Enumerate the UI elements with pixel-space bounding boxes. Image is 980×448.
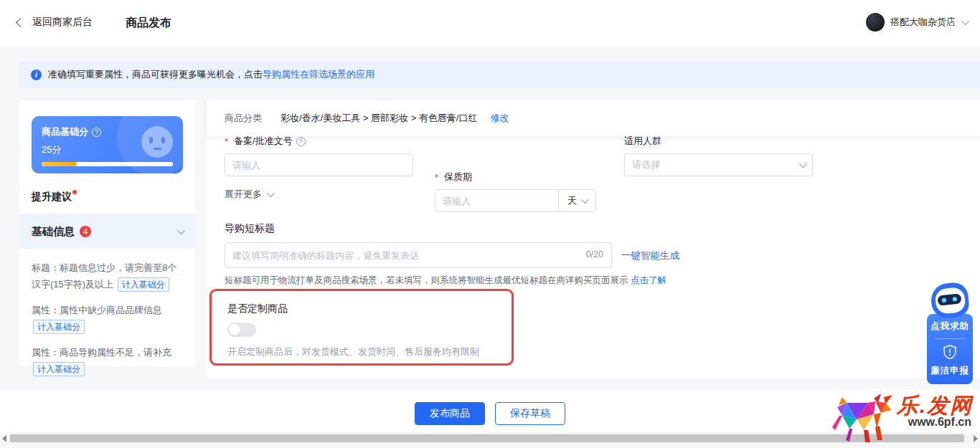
score-sidebar: 商品基础分 25分 提升建议 基础信息 4 标题：标题信息过少，请完善至8个汉字… [19, 100, 195, 366]
toggle-knob [229, 324, 240, 335]
char-counter: 0/20 [586, 249, 603, 259]
score-title: 商品基础分 [42, 125, 88, 138]
page-title: 商品发布 [126, 16, 171, 31]
chevron-down-icon [961, 17, 969, 25]
score-help-icon[interactable] [92, 128, 101, 137]
help-me-button[interactable]: 点我求助 [927, 320, 973, 333]
chevron-down-icon [267, 189, 275, 197]
short-title-help: 短标题可用于物流打单及商品搜索场景，若未填写，则系统将智能生成最优短标题在商详购… [225, 275, 666, 287]
field-help-icon[interactable] [296, 137, 306, 146]
back-to-merchant-console[interactable]: 返回商家后台 [17, 16, 93, 29]
category-breadcrumb: 商品分类 彩妆/香水/美妆工具 > 唇部彩妆 > 有色唇膏/口红 修改 [207, 100, 980, 136]
learn-more-link[interactable]: 点击了解 [631, 275, 666, 285]
suggestion-list: 标题：标题信息过少，请完善至8个汉字(15字符)及以上 计入基础分 属性：属性中… [32, 259, 184, 386]
custom-product-toggle[interactable] [227, 323, 256, 337]
section-basic-info[interactable]: 基础信息 4 [19, 214, 195, 249]
annotation-box: 是否定制商品 开启定制商品后，对发货模式、发货时间、售后服务均有限制 [209, 289, 514, 366]
divider [935, 338, 965, 339]
score-tag: 计入基础分 [118, 277, 169, 292]
custom-product-label: 是否定制商品 [227, 302, 288, 315]
notification-dot [72, 190, 77, 194]
info-icon [31, 70, 42, 80]
banner-link[interactable]: 导购属性在筛选场景的应用 [263, 68, 374, 81]
required-asterisk [435, 172, 440, 183]
avatar [866, 13, 885, 32]
improvement-suggestions-title: 提升建议 [32, 191, 77, 204]
required-asterisk [225, 136, 230, 147]
score-progress-track [42, 162, 173, 166]
account-name: 搭配大咖杂货店 [890, 16, 956, 29]
score-face-icon [141, 126, 173, 158]
main-form-panel: 商品分类 彩妆/香水/美妆工具 > 唇部彩妆 > 有色唇膏/口红 修改 备案/批… [207, 100, 980, 378]
back-chevron-icon [16, 18, 25, 27]
chevron-down-icon [177, 227, 185, 234]
short-title-label: 导购短标题 [225, 222, 275, 235]
integrity-shield-icon [943, 345, 956, 359]
product-publish-page: 返回商家后台 商品发布 搭配大咖杂货店 准确填写重要属性，商品可获得更多曝光机会… [0, 0, 980, 448]
product-score-card: 商品基础分 25分 [32, 116, 183, 173]
banner-text: 准确填写重要属性，商品可获得更多曝光机会，点击 [48, 68, 263, 81]
audience-select[interactable]: 请选择 [624, 153, 813, 176]
field-shelf-life: 保质期 天 [435, 171, 596, 212]
expand-more-toggle[interactable]: 展开更多 [225, 188, 273, 201]
helper-panel: 点我求助 廉洁申报 [927, 314, 973, 384]
publish-button[interactable]: 发布商品 [415, 402, 485, 425]
scroll-right-arrow[interactable] [974, 435, 978, 442]
score-tag: 计入基础分 [33, 320, 85, 334]
notice-banner: 准确填写重要属性，商品可获得更多曝光机会，点击 导购属性在筛选场景的应用 [19, 61, 980, 88]
field-record-number: 备案/批准文号 [225, 135, 413, 176]
short-title-input[interactable] [225, 242, 612, 268]
action-bar: 发布商品 保存草稿 [0, 389, 980, 432]
score-progress-fill [42, 162, 77, 166]
top-header: 返回商家后台 商品发布 搭配大咖杂货店 [0, 0, 980, 46]
back-label: 返回商家后台 [32, 16, 93, 29]
custom-product-hint: 开启定制商品后，对发货模式、发货时间、售后服务均有限制 [227, 345, 479, 358]
suggestion-item: 属性：商品导购属性不足，请补充 计入基础分 [32, 344, 184, 377]
account-menu[interactable]: 搭配大咖杂货店 [866, 13, 967, 32]
chevron-down-icon [799, 160, 807, 168]
suggestion-item: 属性：属性中缺少商品品牌信息 计入基础分 [32, 302, 184, 335]
scroll-left-arrow[interactable] [2, 435, 6, 442]
integrity-report-button[interactable]: 廉洁申报 [927, 365, 973, 377]
category-label: 商品分类 [225, 112, 262, 125]
floating-helper-widget: 点我求助 廉洁申报 [927, 283, 973, 384]
category-path: 彩妆/香水/美妆工具 > 唇部彩妆 > 有色唇膏/口红 [281, 112, 477, 125]
shelf-life-unit-select[interactable]: 天 [558, 190, 595, 211]
suggestion-item: 标题：标题信息过少，请完善至8个汉字(15字符)及以上 计入基础分 [32, 259, 184, 292]
score-tag: 计入基础分 [33, 362, 85, 376]
chevron-down-icon [581, 196, 589, 204]
section-title: 基础信息 [32, 225, 75, 239]
short-title-field: 0/20 [225, 242, 612, 268]
field-audience: 适用人群 请选择 [624, 135, 813, 176]
edit-category-link[interactable]: 修改 [490, 112, 509, 125]
record-number-input[interactable] [225, 153, 413, 176]
scrollbar-thumb[interactable] [10, 434, 964, 442]
horizontal-scrollbar [0, 432, 980, 444]
ai-generate-link[interactable]: 一键智能生成 [621, 249, 679, 262]
save-draft-button[interactable]: 保存草稿 [495, 402, 565, 425]
issue-count-badge: 4 [80, 226, 91, 237]
